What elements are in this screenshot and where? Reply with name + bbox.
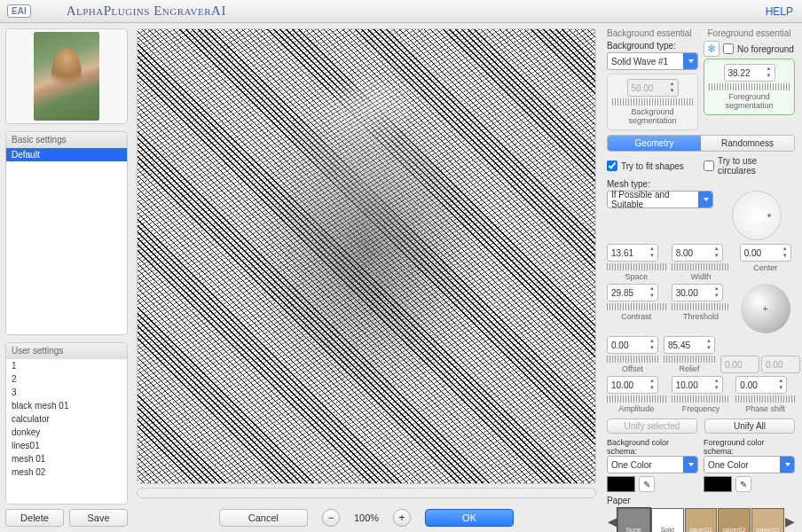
frequency-spinner[interactable]: 10.00▲▼ xyxy=(672,376,723,394)
basic-settings-header: Basic settings xyxy=(6,132,127,148)
paper-next-icon[interactable]: ▶ xyxy=(784,508,795,532)
user-settings-header: User settings xyxy=(6,343,127,359)
bg-type-select[interactable]: Solid Wave #1 xyxy=(607,52,698,70)
bg-seg-spinner: 50.00▲▼ xyxy=(627,79,679,97)
bg-schema-label: Background color schema: xyxy=(607,438,698,456)
offset-spinner[interactable]: 0.00▲▼ xyxy=(607,336,658,354)
save-button[interactable]: Save xyxy=(69,509,128,527)
threshold-spinner[interactable]: 30.00▲▼ xyxy=(672,284,723,301)
fg-section-label: Foreground essential xyxy=(704,28,795,38)
bg-color-swatch[interactable] xyxy=(607,476,635,492)
no-foreground-checkbox[interactable] xyxy=(723,43,734,54)
list-item[interactable]: 3 xyxy=(6,386,127,399)
list-item[interactable]: calculator xyxy=(6,412,127,426)
preview-scrollbar-horizontal[interactable] xyxy=(137,488,596,498)
paper-swatch[interactable]: paper03 xyxy=(751,508,784,532)
phase-spinner[interactable]: 0.00▲▼ xyxy=(735,376,787,394)
bg-type-label: Background type: xyxy=(607,41,698,51)
basic-settings-panel: Basic settings Default xyxy=(5,131,128,335)
angle-dial[interactable] xyxy=(732,191,782,240)
fg-color-swatch[interactable] xyxy=(704,476,732,492)
zoom-level: 100% xyxy=(354,512,379,523)
center-y-spinner: 0.00 xyxy=(761,356,800,373)
paper-prev-icon[interactable]: ◀ xyxy=(607,508,617,532)
fg-seg-label: Foreground segmentation xyxy=(709,92,790,110)
bg-schema-select[interactable]: One Color xyxy=(607,456,698,473)
fit-shapes-checkbox[interactable] xyxy=(607,160,617,171)
bg-eyedropper-icon[interactable]: ✎ xyxy=(639,476,655,492)
tab-geometry[interactable]: Geometry xyxy=(608,136,701,151)
user-settings-panel: User settings 1 2 3 black mesh 01 calcul… xyxy=(5,342,128,505)
list-item[interactable]: 2 xyxy=(6,372,127,386)
help-link[interactable]: HELP xyxy=(766,5,793,18)
app-title: AlphaPlugins EngraverAI xyxy=(67,4,226,19)
delete-button[interactable]: Delete xyxy=(5,509,64,527)
user-settings-list[interactable]: 1 2 3 black mesh 01 calculator donkey li… xyxy=(6,359,127,504)
mesh-type-label: Mesh type: xyxy=(607,179,795,189)
amplitude-spinner[interactable]: 10.00▲▼ xyxy=(607,376,658,394)
center-angle-spinner[interactable]: 0.00▲▼ xyxy=(740,244,791,262)
fg-seg-spinner[interactable]: 38.22▲▼ xyxy=(724,64,775,82)
source-thumbnail-panel xyxy=(5,28,128,124)
zoom-out-button[interactable]: − xyxy=(322,509,340,527)
titlebar: EAI AlphaPlugins EngraverAI HELP xyxy=(0,0,802,23)
zoom-in-button[interactable]: + xyxy=(393,509,411,527)
space-spinner[interactable]: 13.61▲▼ xyxy=(607,244,658,262)
app-logo: EAI xyxy=(7,4,31,18)
list-item[interactable]: mesh 02 xyxy=(6,466,127,479)
tabs: Geometry Randomness xyxy=(607,135,795,152)
paper-swatch[interactable]: Solid xyxy=(651,508,684,532)
bg-section-label: Background essential xyxy=(607,28,698,38)
center-sphere[interactable] xyxy=(741,284,790,333)
fg-eyedropper-icon[interactable]: ✎ xyxy=(735,476,751,492)
bg-seg-label: Background segmentation xyxy=(612,107,693,125)
unify-all-button[interactable]: Unify All xyxy=(704,419,795,434)
freeze-icon[interactable]: ❄ xyxy=(704,41,719,57)
contrast-spinner[interactable]: 29.85▲▼ xyxy=(607,284,658,301)
center-x-spinner: 0.00 xyxy=(720,356,759,373)
tab-randomness[interactable]: Randomness xyxy=(701,136,794,151)
fit-shapes-label: Try to fit shapes xyxy=(621,161,684,171)
list-item[interactable]: donkey xyxy=(6,426,127,439)
preview-canvas[interactable] xyxy=(137,28,596,484)
paper-swatch[interactable]: None xyxy=(617,508,650,532)
ok-button[interactable]: OK xyxy=(425,509,514,527)
paper-swatch[interactable]: paper02 xyxy=(718,508,751,532)
paper-swatch[interactable]: paper01 xyxy=(685,508,718,532)
list-item[interactable]: lines01 xyxy=(6,439,127,452)
paper-strip: None Solid paper01 paper02 paper03 xyxy=(617,508,784,532)
fg-schema-select[interactable]: One Color xyxy=(704,456,795,473)
source-thumbnail[interactable] xyxy=(34,32,99,121)
unify-selected-button[interactable]: Unify selected xyxy=(607,419,697,434)
list-item[interactable]: black mesh 01 xyxy=(6,399,127,412)
mesh-type-select[interactable]: If Possible and Suitable xyxy=(607,191,713,208)
fg-schema-label: Foreground color schema: xyxy=(704,438,795,456)
width-spinner[interactable]: 8.00▲▼ xyxy=(672,244,723,262)
no-foreground-label: No foreground xyxy=(737,44,794,54)
basic-settings-list[interactable]: Default xyxy=(6,148,127,334)
paper-label: Paper xyxy=(607,496,795,505)
list-item[interactable]: 1 xyxy=(6,359,127,372)
cancel-button[interactable]: Cancel xyxy=(219,509,308,527)
use-circulares-checkbox[interactable] xyxy=(704,160,714,171)
use-circulares-label: Try to use circulares xyxy=(718,156,795,176)
list-item[interactable]: Default xyxy=(6,148,127,161)
relief-spinner[interactable]: 85.45▲▼ xyxy=(664,336,715,354)
list-item[interactable]: mesh 01 xyxy=(6,452,127,466)
